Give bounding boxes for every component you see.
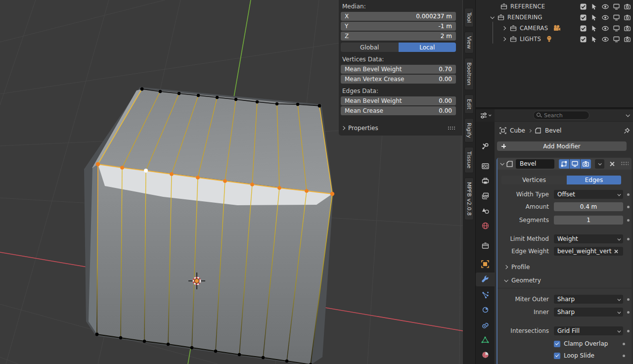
decorator-dot[interactable] [627,311,630,314]
decorator-dot[interactable] [623,343,625,345]
tab-particle-properties[interactable] [476,288,495,302]
tab-object-data-properties[interactable] [476,333,495,347]
decorator-dot[interactable] [627,193,630,196]
outliner-row-cameras[interactable]: CAMERAS [476,23,633,34]
selectable-icon[interactable] [591,36,597,43]
tab-world-properties[interactable] [476,219,495,232]
amount-field[interactable]: 0.4 m [554,202,623,211]
affect-vertices-button[interactable]: Vertices [501,176,567,184]
tab-collection-properties[interactable] [476,239,495,253]
chevron-right-icon[interactable] [502,37,506,41]
selectable-icon[interactable] [591,14,597,21]
mean-bevel-weight-edge-field[interactable]: Mean Bevel Weight 0.00 [341,96,456,105]
tab-view[interactable]: View [464,32,474,53]
outliner-row-lights[interactable]: LIGHTS [476,34,633,45]
outliner-row-reference[interactable]: REFERENCE [476,1,633,12]
tab-view-layer-properties[interactable] [476,189,495,203]
drag-grip-icon[interactable] [621,161,629,166]
decorator-dot[interactable] [627,298,630,301]
tab-scene-properties[interactable] [476,204,495,218]
width-type-dropdown[interactable]: Offset [554,190,623,199]
disable-render-camera-icon[interactable] [624,25,631,32]
tab-booltron[interactable]: Booltron [464,58,474,90]
median-z-field[interactable]: Z 2 m [341,32,456,41]
chevron-down-icon[interactable] [490,15,494,19]
selectable-icon[interactable] [591,25,597,32]
decorator-dot[interactable] [627,219,630,222]
local-button[interactable]: Local [399,43,456,52]
outliner-row-rendering[interactable]: RENDERING [476,12,633,23]
affect-edges-button[interactable]: Edges [567,176,621,184]
disable-viewports-monitor-icon[interactable] [613,14,620,21]
tab-render-properties[interactable] [476,159,495,173]
disable-viewports-monitor-icon[interactable] [613,3,620,10]
disable-viewports-monitor-icon[interactable] [613,25,620,32]
tab-constraint-properties[interactable] [476,318,495,332]
tab-physics-properties[interactable] [476,303,495,317]
tab-edit[interactable]: Edit [464,94,474,114]
hide-viewport-eye-icon[interactable] [602,25,609,32]
mean-bevel-weight-vertex-field[interactable]: Mean Bevel Weight 0.70 [341,65,456,74]
tab-mpfb[interactable]: MPFB v2.0.8 [464,178,474,220]
clamp-overlap-checkbox[interactable] [554,341,560,347]
miter-inner-dropdown[interactable]: Sharp [554,308,623,317]
loop-slide-checkbox[interactable] [554,353,560,359]
modifier-name-field[interactable]: Bevel [516,159,554,169]
tab-output-properties[interactable] [476,174,495,188]
mean-vertex-crease-field[interactable]: Mean Vertex Crease 0.00 [341,75,456,84]
edge-weight-field[interactable]: bevel_weight_vert [554,247,623,256]
global-button[interactable]: Global [341,43,399,52]
clear-edge-weight-button[interactable] [613,248,619,254]
intersections-dropdown[interactable]: Grid Fill [554,326,623,335]
modifier-panel-header[interactable]: Bevel [497,158,632,170]
realtime-display-toggle[interactable] [570,159,580,169]
hide-viewport-eye-icon[interactable] [602,3,609,10]
header-menu-chevron-icon[interactable] [626,113,630,117]
miter-outer-dropdown[interactable]: Sharp [554,295,623,304]
delete-modifier-button[interactable] [609,160,616,167]
exclude-checkbox-icon[interactable] [580,3,587,10]
modifier-extras-button[interactable] [595,159,604,169]
add-modifier-button[interactable]: Add Modifier [497,141,627,151]
selectable-icon[interactable] [591,3,597,10]
tab-tool-properties[interactable] [476,139,495,153]
decorator-dot[interactable] [623,355,625,357]
tab-tool[interactable]: Tool [464,8,474,27]
tab-material-properties[interactable] [476,348,495,362]
tab-tissue[interactable]: Tissue [464,147,474,173]
decorator-dot[interactable] [627,330,630,332]
decorator-dot[interactable] [627,206,630,208]
pin-icon[interactable] [624,128,630,134]
chevron-down-icon[interactable] [500,161,504,165]
hide-viewport-eye-icon[interactable] [602,14,609,21]
disable-render-camera-icon[interactable] [624,14,631,21]
search-field[interactable] [533,111,589,120]
tab-modifier-properties[interactable] [476,273,495,286]
exclude-checkbox-icon[interactable] [580,36,587,43]
edit-mode-toggle[interactable] [559,159,569,169]
properties-panel-header[interactable]: Properties [341,123,456,133]
breadcrumb-object[interactable]: Cube [510,127,525,134]
exclude-checkbox-icon[interactable] [580,14,587,21]
search-input[interactable] [544,112,584,119]
mean-crease-field[interactable]: Mean Crease 0.00 [341,106,456,115]
breadcrumb-modifier[interactable]: Bevel [545,127,561,134]
median-y-field[interactable]: Y -1 m [341,22,456,31]
decorator-dot[interactable] [627,238,630,240]
editor-type-button[interactable] [476,109,495,122]
panel-grip-icon[interactable] [448,126,455,130]
chevron-right-icon[interactable] [502,26,506,30]
disable-viewports-monitor-icon[interactable] [613,36,620,43]
active-vertex[interactable] [144,169,148,173]
tab-rigify[interactable]: Rigify [464,118,474,142]
render-display-toggle[interactable] [581,159,591,169]
tab-object-properties[interactable] [476,257,495,271]
geometry-subpanel-header[interactable]: Geometry [504,277,632,284]
disable-render-camera-icon[interactable] [624,36,631,43]
limit-method-dropdown[interactable]: Weight [554,234,623,243]
segments-field[interactable]: 1 [554,216,623,225]
disable-render-camera-icon[interactable] [624,3,631,10]
cube-mesh[interactable] [84,87,334,364]
profile-subpanel-header[interactable]: Profile [504,264,632,271]
exclude-checkbox-icon[interactable] [580,25,587,32]
